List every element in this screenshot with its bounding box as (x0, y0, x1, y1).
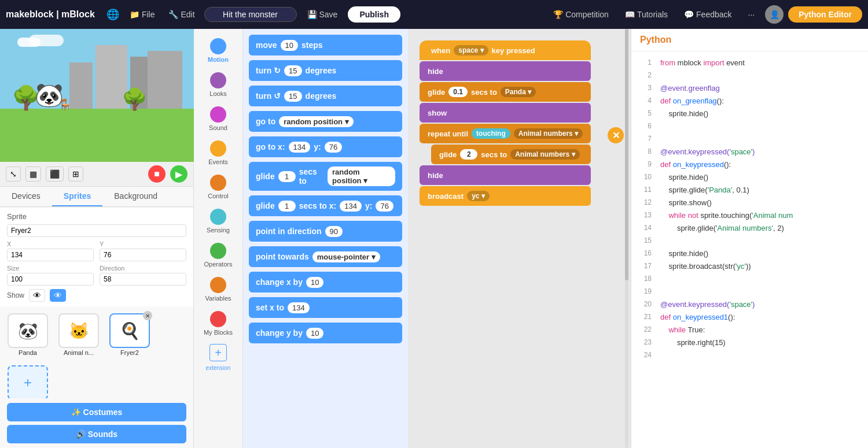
looks-dot (210, 72, 226, 88)
block-hide-2[interactable]: hide (420, 165, 591, 185)
block-change-x[interactable]: change x by 10 (249, 272, 402, 293)
python-code-area[interactable]: 1from mblock import event 2 3@event.gree… (631, 51, 868, 448)
file-icon: 📁 (130, 10, 139, 19)
edit-menu-button[interactable]: 🔧 Edit (164, 8, 199, 21)
fryer-close-button[interactable]: ✕ (143, 311, 152, 320)
sounds-button[interactable]: 🔊 Sounds (7, 425, 186, 443)
list-item[interactable]: 🐱 Animal n... (56, 311, 102, 358)
variables-label: Variables (205, 295, 231, 302)
tab-devices[interactable]: Devices (0, 187, 52, 206)
size-input[interactable] (7, 273, 94, 286)
block-hide-1[interactable]: hide (420, 61, 591, 81)
block-turn-cw[interactable]: turn ↻ 15 degrees (249, 60, 402, 81)
script-scrollbar[interactable] (625, 29, 628, 448)
block-point-direction[interactable]: point in direction 90 (249, 221, 402, 242)
bottom-buttons: ✨ Costumes 🔊 Sounds (0, 398, 193, 448)
block-glide-xy[interactable]: glide 1 secs to x: 134 y: 76 (249, 195, 402, 216)
variables-dot (210, 277, 226, 293)
python-editor-button[interactable]: Python Editor (788, 6, 862, 23)
category-myblocks[interactable]: My Blocks (197, 308, 240, 339)
publish-button[interactable]: Publish (348, 6, 400, 23)
code-line: 9def on_keypressed(): (640, 159, 859, 172)
category-variables[interactable]: Variables (197, 273, 240, 305)
category-control[interactable]: Control (197, 171, 240, 203)
code-line: 16 sprite.hide() (640, 248, 859, 261)
block-move[interactable]: move 10 steps (249, 35, 402, 55)
close-x-button[interactable]: ✕ (608, 127, 624, 143)
category-events[interactable]: Events (197, 137, 240, 169)
block-broadcast[interactable]: broadcast yc ▾ (420, 186, 591, 206)
fullgrid-button[interactable]: ⊞ (68, 166, 83, 182)
save-label: 💾 Save (307, 10, 338, 19)
grid-button[interactable]: ▦ (25, 166, 41, 182)
category-sound[interactable]: Sound (197, 103, 240, 135)
tab-background[interactable]: Background (102, 187, 169, 206)
competition-link[interactable]: 🏆 Competition (547, 8, 615, 21)
block-repeat-until[interactable]: repeat until touching Animal numbers ▾ (420, 124, 591, 143)
more-link[interactable]: ··· (742, 8, 761, 21)
block-point-towards[interactable]: point towards mouse-pointer ▾ (249, 246, 402, 267)
stop-button[interactable]: ■ (148, 165, 165, 183)
file-menu-button[interactable]: 📁 File (125, 8, 160, 21)
block-goto-xy[interactable]: go to x: 134 y: 76 (249, 136, 402, 157)
block-glide-random[interactable]: glide 1 secs to random position ▾ (249, 162, 402, 191)
block-change-y[interactable]: change y by 10 (249, 323, 402, 343)
split-button[interactable]: ⬛ (46, 166, 64, 182)
costumes-label: ✨ Costumes (71, 408, 123, 417)
y-input[interactable] (100, 249, 186, 261)
user-avatar[interactable]: 👤 (765, 5, 784, 24)
size-prop-group: Size (7, 265, 94, 286)
list-item[interactable]: 🍳 ✕ Fryer2 (106, 311, 153, 358)
stage-background: 🌳 🌳 🪑 🐼 (0, 29, 194, 162)
script-canvas: when space ▾ key pressed hide glide 0.1 … (408, 29, 631, 448)
brand-text: makeblock | mBlock (6, 9, 95, 20)
list-item[interactable]: 🐼 Panda (5, 311, 51, 358)
block-goto-random[interactable]: go to random position ▾ (249, 111, 402, 132)
add-sprite-button[interactable]: + (8, 365, 48, 398)
sensing-label: Sensing (207, 227, 230, 234)
tutorials-link[interactable]: 📖 Tutorials (619, 8, 674, 21)
block-show[interactable]: show (420, 103, 591, 123)
code-line: 4def on_greenflag(): (640, 95, 859, 108)
block-glide-panda[interactable]: glide 0.1 secs to Panda ▾ (420, 82, 591, 102)
hide-eye-button[interactable]: 👁 (29, 289, 45, 302)
sound-dot (210, 106, 226, 123)
category-looks[interactable]: Looks (197, 69, 240, 101)
tab-sprites[interactable]: Sprites (52, 187, 102, 206)
go-button[interactable]: ▶ (170, 165, 187, 183)
x-input[interactable] (7, 249, 94, 261)
brand-logo: makeblock | mBlock (6, 9, 95, 20)
expand-button[interactable]: ⤡ (6, 166, 21, 182)
operators-dot (210, 243, 226, 259)
building-1 (69, 62, 93, 109)
script-scrollbar-thumb[interactable] (625, 29, 628, 280)
block-when-key[interactable]: when space ▾ key pressed (420, 40, 591, 60)
myblocks-dot (210, 311, 226, 327)
sounds-label: 🔊 Sounds (76, 430, 117, 439)
costumes-button[interactable]: ✨ Costumes (7, 403, 186, 421)
sprite-name-input[interactable] (7, 224, 186, 237)
script-stack-1: when space ▾ key pressed hide glide 0.1 … (420, 40, 591, 207)
extension-button[interactable]: + (209, 344, 227, 361)
show-eye-button[interactable]: 👁 (50, 289, 66, 302)
file-label: File (142, 10, 155, 19)
category-sensing[interactable]: Sensing (197, 205, 240, 237)
direction-input[interactable] (100, 273, 186, 286)
block-turn-ccw[interactable]: turn ↺ 15 degrees (249, 86, 402, 106)
control-label: Control (208, 192, 228, 199)
edit-label: Edit (181, 10, 194, 19)
code-line: 12 sprite.show() (640, 197, 859, 210)
edit-icon: 🔧 (168, 10, 178, 19)
feedback-link[interactable]: 💬 Feedback (678, 8, 737, 21)
fryer-name: Fryer2 (120, 349, 139, 356)
publish-label: Publish (359, 10, 389, 19)
category-motion[interactable]: Motion (197, 35, 240, 66)
add-sprite-item[interactable]: + (5, 363, 51, 398)
category-operators[interactable]: Operators (197, 239, 240, 271)
project-name-input[interactable] (204, 7, 297, 22)
panda-name: Panda (19, 349, 37, 356)
block-set-x[interactable]: set x to 134 (249, 297, 402, 318)
code-line: 6 (640, 121, 859, 134)
save-button[interactable]: 💾 Save (301, 8, 344, 21)
block-glide-animal[interactable]: glide 2 secs to Animal numbers ▾ (431, 145, 591, 164)
